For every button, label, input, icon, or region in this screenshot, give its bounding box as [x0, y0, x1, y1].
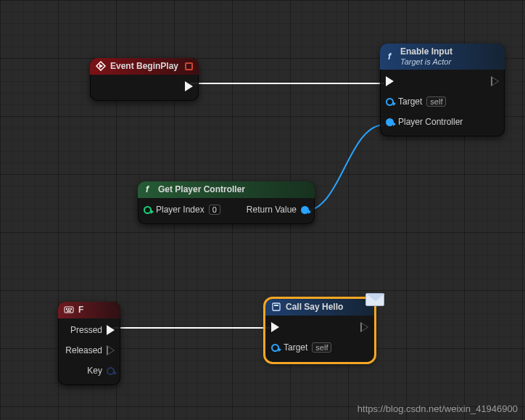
exec-out-pin[interactable] [185, 81, 193, 91]
key-output-pin[interactable] [107, 367, 115, 375]
player-index-pin[interactable] [144, 206, 152, 214]
pin-label-target: Target [284, 342, 307, 353]
svg-rect-7 [273, 303, 280, 310]
node-title: Enable Input [400, 46, 452, 57]
delegate-pin-icon[interactable] [185, 62, 193, 70]
node-enable-input[interactable]: f Enable Input Target is Actor Target se… [380, 44, 505, 136]
node-header[interactable]: f Get Player Controller [138, 181, 315, 198]
pin-label-return-value: Return Value [247, 205, 297, 215]
watermark-text: https://blog.csdn.net/weixin_41946900 [357, 403, 518, 414]
node-title: Event BeginPlay [110, 61, 178, 71]
target-self-value[interactable]: self [426, 96, 446, 107]
node-header[interactable]: F [58, 302, 120, 318]
node-title: F [78, 305, 83, 315]
pin-label-released: Released [65, 345, 102, 355]
node-subtitle: Target is Actor [400, 57, 452, 66]
node-event-beginplay[interactable]: Event BeginPlay [90, 58, 199, 101]
target-self-value[interactable]: self [312, 342, 331, 353]
keyboard-icon [64, 305, 74, 315]
node-key-f[interactable]: F Pressed Released Key [58, 302, 120, 385]
svg-rect-3 [66, 308, 67, 310]
node-header[interactable]: Call Say Hello [265, 299, 374, 316]
exec-in-pin[interactable] [271, 322, 279, 332]
target-pin[interactable] [271, 344, 279, 352]
node-get-player-controller[interactable]: f Get Player Controller Player Index 0 R… [138, 181, 315, 224]
return-value-pin[interactable] [301, 206, 309, 214]
svg-text:f: f [388, 52, 392, 62]
exec-out-pin[interactable] [360, 322, 368, 332]
node-title: Get Player Controller [158, 184, 245, 194]
node-title: Call Say Hello [286, 302, 343, 312]
pin-label-pressed: Pressed [70, 325, 102, 335]
pin-label-player-index: Player Index [156, 205, 204, 215]
function-icon: f [386, 52, 396, 62]
node-header[interactable]: f Enable Input Target is Actor [380, 44, 505, 70]
released-exec-pin[interactable] [107, 345, 115, 355]
svg-rect-8 [274, 305, 278, 306]
player-controller-pin[interactable] [386, 118, 394, 126]
function-icon: f [144, 184, 154, 194]
event-call-icon [271, 302, 281, 312]
event-icon [96, 61, 106, 71]
svg-rect-4 [68, 308, 70, 310]
node-header[interactable]: Event BeginPlay [90, 58, 199, 75]
svg-rect-6 [67, 310, 71, 312]
pin-label-key: Key [87, 366, 102, 376]
exec-out-pin[interactable] [491, 76, 499, 86]
svg-text:f: f [146, 184, 149, 194]
pin-label-target: Target [398, 96, 422, 107]
pressed-exec-pin[interactable] [107, 325, 115, 335]
svg-rect-5 [70, 308, 72, 310]
exec-in-pin[interactable] [386, 76, 394, 86]
node-call-say-hello[interactable]: Call Say Hello Target self [265, 299, 374, 362]
player-index-value[interactable]: 0 [209, 205, 220, 215]
target-pin[interactable] [386, 98, 394, 106]
pin-label-player-controller: Player Controller [398, 117, 463, 127]
message-envelope-icon [365, 293, 384, 306]
